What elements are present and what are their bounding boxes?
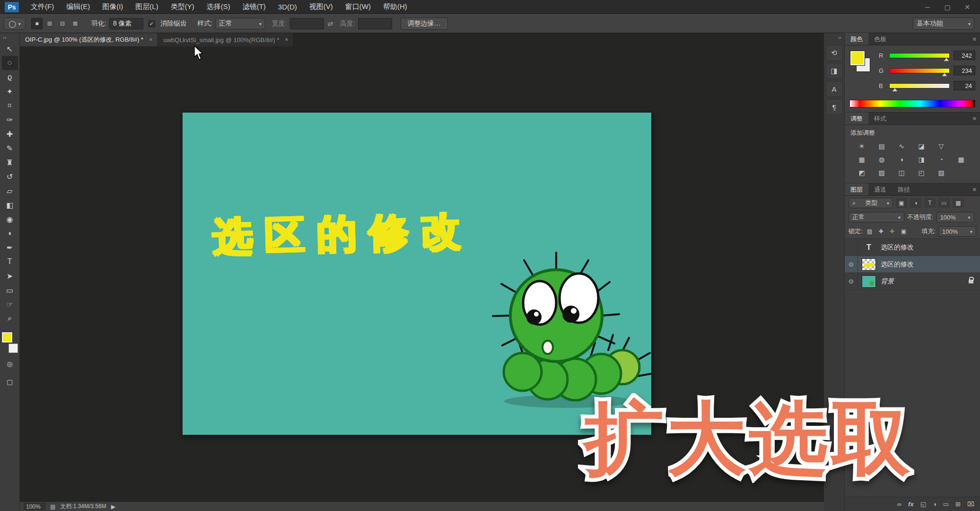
antialias-checkbox[interactable]: ✓ xyxy=(148,20,155,27)
visibility-toggle[interactable]: ⊙ xyxy=(845,256,858,273)
photo-filter-icon[interactable]: ◨ xyxy=(916,155,927,164)
eraser-tool[interactable]: ▱ xyxy=(2,184,18,198)
filter-shape-layers-icon[interactable]: ▭ xyxy=(938,198,950,208)
collapse-tools-icon[interactable]: ‹‹ xyxy=(0,33,6,42)
delete-layer-icon[interactable]: ⌧ xyxy=(967,501,974,508)
type-tool[interactable]: T xyxy=(2,255,18,269)
filter-pixel-layers-icon[interactable]: ▣ xyxy=(896,198,907,208)
panel-menu-icon[interactable]: ≡ xyxy=(969,33,980,45)
lasso-tool[interactable]: ϱ xyxy=(2,70,18,84)
red-value-input[interactable]: 242 xyxy=(954,51,975,60)
exposure-icon[interactable]: ◪ xyxy=(916,141,927,151)
tab-swatches[interactable]: 色板 xyxy=(868,33,892,45)
green-value-input[interactable]: 234 xyxy=(954,66,975,75)
new-selection-button[interactable]: ■ xyxy=(31,18,43,29)
layer-name[interactable]: 背景 xyxy=(881,277,969,286)
slider-thumb[interactable] xyxy=(944,58,949,61)
layer-style-icon[interactable]: fx xyxy=(908,501,914,508)
menu-view[interactable]: 视图(V) xyxy=(303,2,339,11)
maximize-button[interactable]: ▢ xyxy=(937,3,957,11)
brightness-contrast-icon[interactable]: ☀ xyxy=(856,141,867,151)
ellipse-marquee-tool[interactable]: ◌ xyxy=(2,56,18,70)
shape-tool[interactable]: ▭ xyxy=(2,283,18,297)
green-slider[interactable] xyxy=(889,68,950,73)
pen-tool[interactable]: ✒ xyxy=(2,240,18,255)
lock-all-icon[interactable]: ▣ xyxy=(900,228,908,235)
tab-layers[interactable]: 图层 xyxy=(845,184,868,195)
panel-menu-icon[interactable]: ≡ xyxy=(969,113,980,124)
layer-filter-select[interactable]: ⌕ 类型 ▾ xyxy=(849,198,893,208)
zoom-tool[interactable]: ⌕ xyxy=(2,311,18,326)
blue-slider[interactable] xyxy=(889,83,950,88)
menu-filter[interactable]: 滤镜(T) xyxy=(236,2,272,11)
blend-mode-select[interactable]: 正常 ▾ xyxy=(849,212,904,222)
filter-adjustment-layers-icon[interactable]: ◑ xyxy=(910,198,921,208)
hue-saturation-icon[interactable]: ▦ xyxy=(856,155,867,164)
document-tab-2[interactable]: uwbQLkvtSi_small.jpg @ 100%(RGB/8#) * × xyxy=(158,33,294,46)
layer-thumbnail[interactable] xyxy=(862,258,876,271)
history-brush-tool[interactable]: ↺ xyxy=(2,169,18,184)
black-white-icon[interactable]: ◑ xyxy=(896,155,907,164)
red-slider[interactable] xyxy=(889,53,950,58)
menu-select[interactable]: 选择(S) xyxy=(201,2,236,11)
menu-3d[interactable]: 3D(D) xyxy=(272,3,303,11)
menu-file[interactable]: 文件(F) xyxy=(25,2,60,11)
color-lookup-icon[interactable]: ▩ xyxy=(955,155,967,164)
menu-type[interactable]: 类型(Y) xyxy=(165,2,201,11)
brush-tool[interactable]: ✎ xyxy=(2,141,18,155)
foreground-color-swatch[interactable] xyxy=(2,332,12,343)
layer-name[interactable]: 选区的修改 xyxy=(881,260,980,269)
layer-thumbnail[interactable]: T xyxy=(862,241,876,254)
feather-input[interactable]: 8 像素 xyxy=(109,18,143,29)
dodge-tool[interactable]: ◖ xyxy=(2,226,18,240)
lock-image-pixels-icon[interactable]: ✚ xyxy=(877,228,885,235)
gradient-tool[interactable]: ◧ xyxy=(2,198,18,212)
workspace-select[interactable]: 基本功能 ▾ xyxy=(913,18,974,30)
screen-mode-button[interactable]: ▢ xyxy=(2,375,18,389)
crop-tool[interactable]: ⌗ xyxy=(2,98,18,113)
zoom-level-input[interactable]: 100% xyxy=(24,503,45,510)
lock-position-icon[interactable]: ✛ xyxy=(888,228,897,235)
current-tool-dropdown[interactable]: ◯ ▾ xyxy=(4,18,26,30)
close-button[interactable]: ✕ xyxy=(957,3,977,11)
channel-mixer-icon[interactable]: ◔ xyxy=(936,155,947,164)
menu-image[interactable]: 图像(I) xyxy=(96,2,129,11)
swap-dimensions-icon[interactable]: ⇄ xyxy=(324,20,337,27)
panel-menu-icon[interactable]: ≡ xyxy=(969,184,980,195)
menu-window[interactable]: 窗口(W) xyxy=(339,2,377,11)
color-balance-icon[interactable]: ◍ xyxy=(876,155,887,164)
eyedropper-tool[interactable]: ✑ xyxy=(2,113,18,127)
menu-layer[interactable]: 图层(L) xyxy=(129,2,164,11)
close-tab-icon[interactable]: × xyxy=(285,36,288,43)
invert-icon[interactable]: ◩ xyxy=(856,168,867,177)
visibility-toggle[interactable] xyxy=(845,239,858,256)
properties-panel-icon[interactable]: ◨ xyxy=(827,64,841,78)
vibrance-icon[interactable]: ▽ xyxy=(936,141,947,151)
new-layer-icon[interactable]: ⊞ xyxy=(955,501,961,508)
gradient-map-icon[interactable]: ◰ xyxy=(916,168,927,177)
selective-color-icon[interactable]: ▧ xyxy=(936,168,947,177)
character-panel-icon[interactable]: A xyxy=(827,82,841,96)
blue-value-input[interactable]: 24 xyxy=(954,81,975,90)
add-layer-mask-icon[interactable]: ◱ xyxy=(920,501,926,508)
move-tool[interactable]: ↖ xyxy=(2,42,18,56)
path-selection-tool[interactable]: ➤ xyxy=(2,269,18,283)
menu-edit[interactable]: 编辑(E) xyxy=(60,2,96,11)
healing-brush-tool[interactable]: ✚ xyxy=(2,127,18,141)
history-panel-icon[interactable]: ⟲ xyxy=(827,46,841,60)
quick-selection-tool[interactable]: ✦ xyxy=(2,84,18,98)
intersect-selection-button[interactable]: ⊠ xyxy=(70,18,81,29)
layer-thumbnail[interactable] xyxy=(862,275,876,288)
color-spectrum-ramp[interactable] xyxy=(849,100,975,107)
threshold-icon[interactable]: ◫ xyxy=(896,168,907,177)
fill-select[interactable]: 100% ▾ xyxy=(938,226,976,237)
document-tab-1[interactable]: OIP-C.jpg @ 100% (选区的修改, RGB/8#) * × xyxy=(20,33,158,46)
status-expand-icon[interactable]: ▶ xyxy=(111,503,115,510)
posterize-icon[interactable]: ▨ xyxy=(876,168,887,177)
link-layers-icon[interactable]: ∞ xyxy=(897,501,901,508)
tab-paths[interactable]: 路径 xyxy=(892,184,916,195)
tab-color[interactable]: 颜色 xyxy=(845,33,868,45)
quick-mask-button[interactable]: ◎ xyxy=(2,357,18,371)
background-color-swatch[interactable] xyxy=(9,344,18,353)
minimize-button[interactable]: ─ xyxy=(918,3,937,11)
